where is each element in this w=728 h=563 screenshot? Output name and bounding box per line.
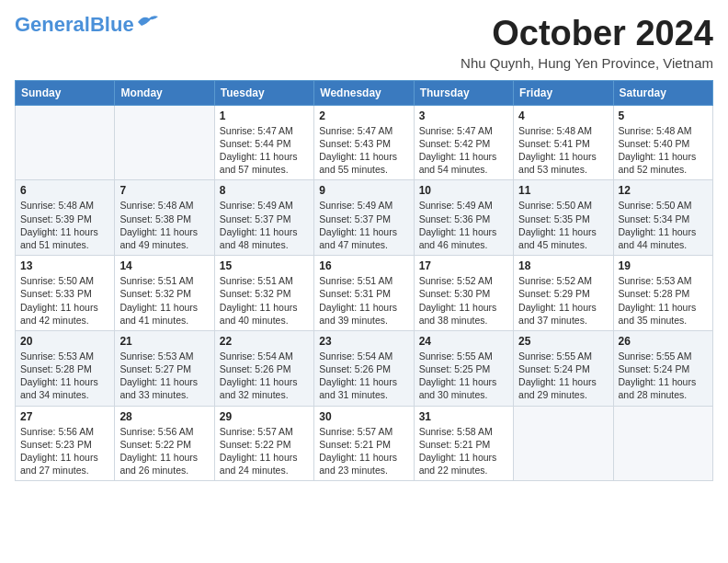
sunrise-text: Sunrise: 5:57 AM	[319, 426, 392, 437]
calendar-week-row: 13Sunrise: 5:50 AMSunset: 5:33 PMDayligh…	[16, 256, 713, 331]
day-number: 6	[20, 184, 109, 197]
sunset-text: Sunset: 5:28 PM	[619, 288, 690, 299]
logo-text: GeneralBlue	[15, 15, 134, 35]
day-number: 30	[319, 410, 408, 423]
calendar-cell: 21Sunrise: 5:53 AMSunset: 5:27 PMDayligh…	[115, 330, 214, 406]
daylight-text: Daylight: 11 hours and 57 minutes.	[220, 151, 298, 175]
col-thursday: Thursday	[414, 80, 513, 105]
sunrise-text: Sunrise: 5:51 AM	[220, 275, 293, 286]
sunrise-text: Sunrise: 5:54 AM	[319, 350, 392, 362]
day-info: Sunrise: 5:57 AMSunset: 5:21 PMDaylight:…	[319, 425, 408, 477]
day-info: Sunrise: 5:57 AMSunset: 5:22 PMDaylight:…	[220, 425, 309, 477]
sunrise-text: Sunrise: 5:52 AM	[518, 275, 592, 286]
calendar-cell	[514, 406, 613, 481]
sunrise-text: Sunrise: 5:51 AM	[119, 275, 193, 286]
day-number: 21	[119, 335, 209, 348]
calendar-cell: 12Sunrise: 5:50 AMSunset: 5:34 PMDayligh…	[613, 180, 712, 256]
sunset-text: Sunset: 5:22 PM	[220, 439, 291, 450]
calendar-cell: 11Sunrise: 5:50 AMSunset: 5:35 PMDayligh…	[514, 180, 613, 256]
daylight-text: Daylight: 11 hours and 45 minutes.	[518, 226, 597, 250]
calendar-week-row: 20Sunrise: 5:53 AMSunset: 5:28 PMDayligh…	[16, 330, 713, 406]
calendar-week-row: 27Sunrise: 5:56 AMSunset: 5:23 PMDayligh…	[16, 406, 713, 481]
sunset-text: Sunset: 5:24 PM	[619, 363, 690, 374]
day-number: 31	[419, 410, 508, 423]
logo-general: General	[15, 13, 90, 36]
title-block: October 2024 Nhu Quynh, Hung Yen Provinc…	[461, 15, 713, 71]
daylight-text: Daylight: 11 hours and 33 minutes.	[119, 376, 198, 400]
daylight-text: Daylight: 11 hours and 51 minutes.	[20, 226, 98, 250]
day-info: Sunrise: 5:49 AMSunset: 5:37 PMDaylight:…	[220, 199, 309, 251]
calendar-week-row: 1Sunrise: 5:47 AMSunset: 5:44 PMDaylight…	[16, 105, 713, 180]
daylight-text: Daylight: 11 hours and 35 minutes.	[619, 302, 697, 326]
day-info: Sunrise: 5:49 AMSunset: 5:37 PMDaylight:…	[319, 199, 408, 251]
day-number: 9	[319, 184, 408, 197]
sunrise-text: Sunrise: 5:54 AM	[220, 350, 293, 362]
daylight-text: Daylight: 11 hours and 39 minutes.	[319, 302, 397, 326]
day-info: Sunrise: 5:50 AMSunset: 5:34 PMDaylight:…	[619, 199, 708, 251]
day-info: Sunrise: 5:52 AMSunset: 5:29 PMDaylight:…	[518, 274, 608, 327]
sunrise-text: Sunrise: 5:50 AM	[20, 275, 94, 286]
sunrise-text: Sunrise: 5:57 AM	[220, 426, 293, 437]
calendar-cell: 22Sunrise: 5:54 AMSunset: 5:26 PMDayligh…	[214, 330, 313, 406]
day-number: 10	[419, 184, 508, 197]
sunset-text: Sunset: 5:29 PM	[518, 288, 590, 299]
day-info: Sunrise: 5:48 AMSunset: 5:41 PMDaylight:…	[518, 124, 608, 177]
day-info: Sunrise: 5:55 AMSunset: 5:25 PMDaylight:…	[419, 350, 508, 402]
sunset-text: Sunset: 5:23 PM	[20, 439, 92, 450]
day-info: Sunrise: 5:56 AMSunset: 5:22 PMDaylight:…	[119, 425, 209, 477]
calendar-cell: 27Sunrise: 5:56 AMSunset: 5:23 PMDayligh…	[16, 406, 115, 481]
sunset-text: Sunset: 5:33 PM	[20, 288, 92, 299]
sunset-text: Sunset: 5:30 PM	[419, 288, 491, 299]
day-info: Sunrise: 5:48 AMSunset: 5:39 PMDaylight:…	[20, 199, 109, 251]
day-number: 7	[119, 184, 209, 197]
sunrise-text: Sunrise: 5:50 AM	[619, 200, 692, 211]
day-number: 14	[119, 259, 209, 272]
daylight-text: Daylight: 11 hours and 46 minutes.	[419, 226, 497, 250]
sunrise-text: Sunrise: 5:47 AM	[419, 125, 493, 136]
daylight-text: Daylight: 11 hours and 49 minutes.	[119, 226, 198, 250]
daylight-text: Daylight: 11 hours and 54 minutes.	[419, 151, 497, 175]
calendar-cell: 4Sunrise: 5:48 AMSunset: 5:41 PMDaylight…	[514, 105, 613, 180]
daylight-text: Daylight: 11 hours and 27 minutes.	[20, 452, 98, 476]
sunset-text: Sunset: 5:26 PM	[319, 363, 391, 374]
day-number: 1	[220, 109, 309, 122]
calendar-cell: 26Sunrise: 5:55 AMSunset: 5:24 PMDayligh…	[613, 330, 712, 406]
sunset-text: Sunset: 5:41 PM	[518, 138, 590, 149]
sunrise-text: Sunrise: 5:50 AM	[518, 200, 592, 211]
calendar-week-row: 6Sunrise: 5:48 AMSunset: 5:39 PMDaylight…	[16, 180, 713, 256]
daylight-text: Daylight: 11 hours and 47 minutes.	[319, 226, 397, 250]
calendar-cell: 30Sunrise: 5:57 AMSunset: 5:21 PMDayligh…	[314, 406, 414, 481]
sunrise-text: Sunrise: 5:48 AM	[619, 125, 692, 136]
sunset-text: Sunset: 5:24 PM	[518, 363, 590, 374]
calendar-table: Sunday Monday Tuesday Wednesday Thursday…	[15, 80, 713, 481]
sunrise-text: Sunrise: 5:49 AM	[220, 200, 293, 211]
page-header: GeneralBlue October 2024 Nhu Quynh, Hung…	[15, 15, 713, 71]
day-info: Sunrise: 5:54 AMSunset: 5:26 PMDaylight:…	[319, 350, 408, 402]
sunrise-text: Sunrise: 5:55 AM	[419, 350, 493, 362]
daylight-text: Daylight: 11 hours and 29 minutes.	[518, 376, 597, 400]
day-number: 11	[518, 184, 608, 197]
daylight-text: Daylight: 11 hours and 24 minutes.	[220, 452, 298, 476]
calendar-cell: 3Sunrise: 5:47 AMSunset: 5:42 PMDaylight…	[414, 105, 513, 180]
day-number: 22	[220, 335, 309, 348]
day-number: 13	[20, 259, 109, 272]
day-number: 28	[119, 410, 209, 423]
day-info: Sunrise: 5:52 AMSunset: 5:30 PMDaylight:…	[419, 274, 508, 327]
daylight-text: Daylight: 11 hours and 41 minutes.	[119, 302, 198, 326]
day-number: 17	[419, 259, 508, 272]
calendar-cell	[115, 105, 214, 180]
daylight-text: Daylight: 11 hours and 28 minutes.	[619, 376, 697, 400]
day-info: Sunrise: 5:54 AMSunset: 5:26 PMDaylight:…	[220, 350, 309, 402]
daylight-text: Daylight: 11 hours and 42 minutes.	[20, 302, 98, 326]
day-info: Sunrise: 5:55 AMSunset: 5:24 PMDaylight:…	[518, 350, 608, 402]
sunrise-text: Sunrise: 5:53 AM	[619, 275, 692, 286]
sunrise-text: Sunrise: 5:56 AM	[119, 426, 193, 437]
day-info: Sunrise: 5:56 AMSunset: 5:23 PMDaylight:…	[20, 425, 109, 477]
day-number: 3	[419, 109, 508, 122]
calendar-cell: 13Sunrise: 5:50 AMSunset: 5:33 PMDayligh…	[16, 256, 115, 331]
day-info: Sunrise: 5:53 AMSunset: 5:28 PMDaylight:…	[619, 274, 708, 327]
day-info: Sunrise: 5:47 AMSunset: 5:43 PMDaylight:…	[319, 124, 408, 177]
day-number: 26	[619, 335, 708, 348]
calendar-cell: 31Sunrise: 5:58 AMSunset: 5:21 PMDayligh…	[414, 406, 513, 481]
weekday-header-row: Sunday Monday Tuesday Wednesday Thursday…	[16, 80, 713, 105]
